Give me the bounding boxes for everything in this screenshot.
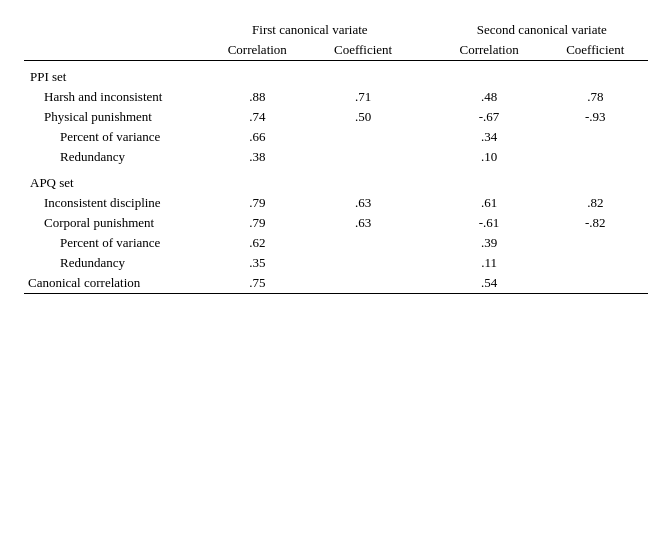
cell: .50 [311, 107, 416, 127]
cell: .63 [311, 193, 416, 213]
cell: .79 [204, 193, 311, 213]
table-row: Physical punishment .74 .50 -.67 -.93 [24, 107, 648, 127]
cell [416, 107, 436, 127]
cell [311, 127, 416, 147]
cell: .61 [436, 193, 543, 213]
cell [416, 147, 436, 167]
table-row: Redundancy .35 .11 [24, 253, 648, 273]
cell: -.93 [543, 107, 648, 127]
cell: .38 [204, 147, 311, 167]
cell: .39 [436, 233, 543, 253]
row-label: Percent of variance [24, 127, 204, 147]
cell: .54 [436, 273, 543, 294]
col-header-coef2: Coefficient [543, 40, 648, 61]
apq-set-header-row: APQ set [24, 167, 648, 193]
ppi-set-label: PPI set [24, 61, 648, 88]
cell [416, 253, 436, 273]
cell: .35 [204, 253, 311, 273]
cell: .48 [436, 87, 543, 107]
cell: .11 [436, 253, 543, 273]
cell [543, 233, 648, 253]
cell [416, 87, 436, 107]
ppi-set-header-row: PPI set [24, 61, 648, 88]
cell: .66 [204, 127, 311, 147]
col-header-coef1: Coefficient [311, 40, 416, 61]
table-row: Percent of variance .66 .34 [24, 127, 648, 147]
cell [543, 253, 648, 273]
col-header-corr2: Correlation [436, 40, 543, 61]
col-header-spacer [416, 40, 436, 61]
cell [311, 253, 416, 273]
row-label: Physical punishment [24, 107, 204, 127]
cell: -.82 [543, 213, 648, 233]
cell: .74 [204, 107, 311, 127]
cell: .78 [543, 87, 648, 107]
cell: .71 [311, 87, 416, 107]
cell: .75 [204, 273, 311, 294]
col-header-row: Correlation Coefficient Correlation Coef… [24, 40, 648, 61]
row-label: Percent of variance [24, 233, 204, 253]
second-canonical-variate-header: Second canonical variate [436, 20, 648, 40]
cell [416, 193, 436, 213]
cell: .63 [311, 213, 416, 233]
row-label: Inconsistent discipline [24, 193, 204, 213]
cell [311, 233, 416, 253]
table-row: Inconsistent discipline .79 .63 .61 .82 [24, 193, 648, 213]
col-group-header-row: First canonical variate Second canonical… [24, 20, 648, 40]
cell: .88 [204, 87, 311, 107]
cell [416, 213, 436, 233]
col-header-corr1: Correlation [204, 40, 311, 61]
cell: .82 [543, 193, 648, 213]
table-row: Redundancy .38 .10 [24, 147, 648, 167]
cell [311, 147, 416, 167]
row-label: Redundancy [24, 147, 204, 167]
cell [543, 127, 648, 147]
row-label: Redundancy [24, 253, 204, 273]
table-row: Harsh and inconsistent .88 .71 .48 .78 [24, 87, 648, 107]
canonical-correlation-row: Canonical correlation .75 .54 [24, 273, 648, 294]
label-col-header [24, 40, 204, 61]
main-table: First canonical variate Second canonical… [24, 20, 648, 294]
cell: .34 [436, 127, 543, 147]
cell: -.67 [436, 107, 543, 127]
row-label: Harsh and inconsistent [24, 87, 204, 107]
row-label: Corporal punishment [24, 213, 204, 233]
empty-header [24, 20, 204, 40]
cell: .10 [436, 147, 543, 167]
cell [543, 273, 648, 294]
cell [416, 233, 436, 253]
cell [416, 273, 436, 294]
table-row: Percent of variance .62 .39 [24, 233, 648, 253]
table-row: Corporal punishment .79 .63 -.61 -.82 [24, 213, 648, 233]
cell: -.61 [436, 213, 543, 233]
row-label: Canonical correlation [24, 273, 204, 294]
cell [543, 147, 648, 167]
spacer-header [416, 20, 436, 40]
apq-set-label: APQ set [24, 167, 648, 193]
cell [416, 127, 436, 147]
table-wrapper: First canonical variate Second canonical… [24, 20, 648, 294]
cell: .79 [204, 213, 311, 233]
cell [311, 273, 416, 294]
first-canonical-variate-header: First canonical variate [204, 20, 416, 40]
cell: .62 [204, 233, 311, 253]
